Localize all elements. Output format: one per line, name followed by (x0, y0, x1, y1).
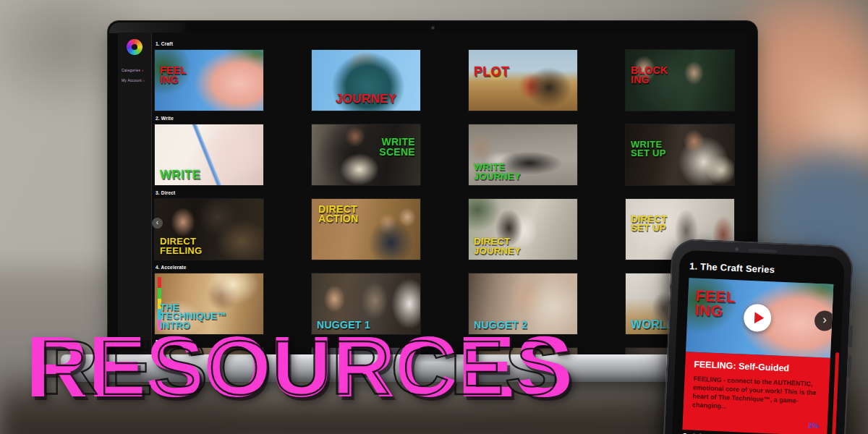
progress-label: 2% (692, 416, 819, 430)
phone-screen: 1. The Craft Series FEEL ING › FEELING: … (669, 250, 845, 434)
thumbnail-title: DIRECTSET UP (631, 215, 667, 233)
video-thumbnail[interactable]: WRITESCENE (312, 124, 420, 185)
thumbnail-title: WRITE (160, 169, 200, 181)
course-section: 3. Direct‹DIRECTFEELINGDIRECTACTIONDIREC… (155, 190, 747, 260)
section-header: 4. Accelerate (156, 265, 747, 270)
resources-headline-inline-stroke: RESOURCES (40, 329, 560, 406)
thumbnail-title-line: SET UP (631, 224, 667, 232)
course-section: 1. CraftFEELINGJOURNEYPLOTBLOCKING (155, 41, 747, 111)
video-thumbnail[interactable]: PLOT (469, 50, 577, 111)
laptop: Categories› My Account› 1. CraftFEELINGJ… (107, 20, 758, 357)
play-icon (754, 312, 765, 324)
thumbnail-title: DIRECTJOURNEY (474, 237, 521, 255)
video-thumbnail[interactable]: JOURNEY (312, 50, 420, 111)
bezel-glare (109, 22, 239, 33)
speaker-slot-icon (748, 249, 777, 253)
phone-thumbnail-title: FEEL ING (694, 289, 736, 319)
section-header: 3. Direct (156, 190, 747, 195)
sidebar-item-label: Categories (122, 68, 140, 72)
thumbnail-title: WRITESET UP (631, 140, 666, 158)
video-thumbnail[interactable]: WRITE (155, 124, 263, 185)
thumbnail-row: DIRECTFEELINGDIRECTACTIONDIRECTJOURNEYDI… (155, 199, 747, 260)
thumbnail-title-line: ING (694, 303, 735, 319)
sidebar-item-label: My Account (122, 78, 142, 82)
thumbnail-title-line: ING (631, 75, 668, 85)
lesson-card[interactable]: FEELING: Self-Guided FEELING - connect t… (682, 352, 830, 434)
phone-thumbnail[interactable]: FEEL ING › (686, 278, 833, 358)
carousel-next-button[interactable]: › (814, 310, 834, 331)
thumbnail-title: BLOCKING (631, 66, 668, 85)
thumbnail-title: WRITESCENE (379, 137, 415, 157)
chevron-right-icon: › (143, 78, 145, 82)
video-thumbnail[interactable]: DIRECTFEELING (155, 199, 263, 260)
chevron-right-icon: › (142, 68, 143, 72)
color-wheel-logo[interactable] (127, 39, 142, 55)
thumbnail-title-line: JOURNEY (312, 93, 420, 105)
thumbnail-title-line: JOURNEY (474, 247, 521, 255)
course-grid: 1. CraftFEELINGJOURNEYPLOTBLOCKING2. Wri… (152, 33, 747, 357)
play-button[interactable] (743, 304, 772, 333)
thumbnail-title: JOURNEY (312, 93, 420, 105)
thumbnail-title-line: ING (160, 75, 187, 85)
phone-section-header: 1. The Craft Series (689, 260, 834, 278)
promo-graphic: Categories› My Account› 1. CraftFEELINGJ… (0, 0, 868, 434)
thumbnail-title-line: JOURNEY (474, 172, 521, 181)
thumbnail-title-line: SET UP (631, 149, 666, 158)
sidebar-item-categories[interactable]: Categories› (118, 65, 151, 75)
thumbnail-row: WRITEWRITESCENEWRITEJOURNEYWRITESET UP (155, 124, 747, 185)
section-header: 1. Craft (156, 41, 747, 46)
thumbnail-title: DIRECTFEELING (160, 237, 202, 255)
thumbnail-title: DIRECTACTION (318, 205, 358, 224)
thumbnail-title: WRITEJOURNEY (474, 163, 521, 181)
video-thumbnail[interactable]: DIRECTACTION (312, 199, 420, 260)
thumbnail-row: FEELINGJOURNEYPLOTBLOCKING (155, 50, 747, 111)
thumbnail-title: PLOT (474, 66, 509, 78)
video-thumbnail[interactable]: FEELING (155, 50, 263, 111)
carousel-prev-button[interactable]: ‹ (152, 218, 163, 229)
camera-dot-icon (735, 247, 739, 251)
section-header: 2. Write (156, 116, 747, 121)
lesson-card-title: FEELING: Self-Guided (694, 359, 821, 375)
thumbnail-title-line: PLOT (474, 66, 509, 78)
thumbnail-title-line: WRITE (160, 169, 200, 181)
video-thumbnail[interactable]: WRITESET UP (626, 124, 734, 185)
sidebar-item-my-account[interactable]: My Account› (118, 75, 151, 85)
lesson-card-description: FEELING - connect to the AUTHENTIC, emot… (692, 375, 821, 415)
course-section: 2. WriteWRITEWRITESCENEWRITEJOURNEYWRITE… (155, 116, 747, 185)
laptop-screen: Categories› My Account› 1. CraftFEELINGJ… (118, 33, 747, 357)
thumbnail-title: FEELING (160, 66, 187, 85)
thumbnail-title-line: FEELING (160, 247, 202, 255)
webcam-icon (431, 26, 435, 30)
video-thumbnail[interactable]: WRITEJOURNEY (469, 124, 577, 185)
sidebar: Categories› My Account› (118, 33, 152, 357)
thumbnail-title-line: ACTION (318, 214, 358, 224)
thumbnail-title-line: SCENE (379, 148, 415, 157)
video-thumbnail[interactable]: BLOCKING (626, 50, 734, 111)
resources-headline: RESOURCES RESOURCES (26, 324, 573, 409)
phone: 1. The Craft Series FEEL ING › FEELING: … (660, 238, 854, 434)
video-thumbnail[interactable]: DIRECTJOURNEY (469, 199, 577, 260)
